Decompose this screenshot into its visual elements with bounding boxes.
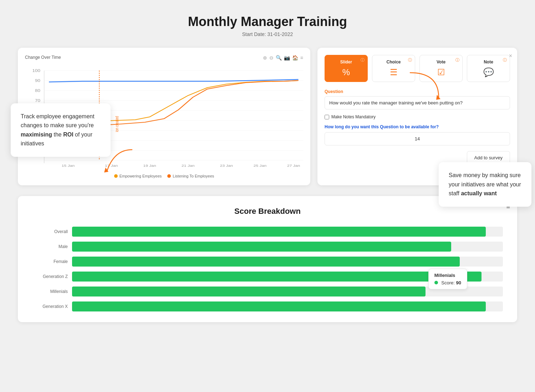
millenials-tooltip-title: Millenials [434,273,461,278]
note-label: Note [473,60,504,65]
millenials-tooltip: Millenials Score: 90 [428,269,467,289]
qtype-slider[interactable]: ⓘ Slider % [325,55,368,82]
slider-label: Slider [331,60,362,65]
bar-track-male [72,242,503,252]
svg-text:70: 70 [35,99,40,103]
make-notes-row: Make Notes Mandatory [325,114,510,119]
available-label: How long do you want this Question to be… [325,124,510,129]
zoom-in-icon[interactable]: ⊕ [263,55,267,61]
table-row: Male [32,242,503,252]
bar-fill-overall [72,227,486,237]
bar-label-female: Female [32,259,68,264]
millenials-score: Score: 90 [434,280,461,285]
slider-icon: % [331,67,362,77]
info-icon: ⓘ [361,57,365,63]
legend-empowering: Empowering Employees [114,174,162,178]
page-title: Monthly Manager Training [188,14,347,29]
vote-info-icon: ⓘ [455,57,459,63]
legend-listening: Listening To Employees [167,174,214,178]
bar-label-millenials: Millenials [32,289,68,294]
qtype-choice[interactable]: ⓘ Choice ☰ [372,55,415,82]
svg-text:80: 80 [35,89,40,93]
page-subtitle: Start Date: 31-01-2022 [188,31,347,37]
tooltip-right: Save money by making sure your initiativ… [439,162,531,207]
search-icon[interactable]: 🔍 [276,55,282,61]
question-label: Question [325,89,510,94]
home-icon[interactable]: 🏠 [292,55,298,61]
bar-track-genx [72,301,503,311]
svg-text:23 Jan: 23 Jan [220,164,233,167]
svg-text:ion created: ion created [114,116,119,132]
days-input[interactable] [325,132,510,145]
bar-label-genx: Generation X [32,304,68,309]
question-section: Question Make Notes Mandatory How long d… [325,89,510,164]
chart-legend: Empowering Employees Listening To Employ… [25,174,303,178]
table-row: Overall [32,227,503,237]
bar-track-millenials: Millenials Score: 90 [72,287,503,296]
bar-fill-female [72,257,460,267]
table-row: Generation X [32,301,503,311]
choice-icon: ☰ [378,67,409,77]
svg-text:19 Jan: 19 Jan [143,164,156,167]
menu-icon[interactable]: ≡ [300,55,303,61]
tooltip-left: Track employee engagement changes to mak… [11,103,111,157]
svg-text:100: 100 [32,69,41,73]
bar-chart: Overall Male Female Gen [32,227,503,311]
make-notes-checkbox[interactable] [325,115,329,119]
zoom-out-icon[interactable]: ⊖ [269,55,274,61]
bar-label-genz: Generation Z [32,274,68,279]
svg-text:27 Jan: 27 Jan [287,164,300,167]
bar-track-female [72,257,503,267]
score-value: 90 [456,280,461,285]
svg-text:17 Jan: 17 Jan [105,164,118,167]
chart-title: Change Over Time [25,55,303,60]
choice-info-icon: ⓘ [408,57,412,63]
vote-label: Vote [426,60,457,65]
svg-text:21 Jan: 21 Jan [182,164,194,167]
bar-fill-male [72,242,451,252]
score-card: Score Breakdown ≡ Overall Male Female [18,196,517,322]
score-label: Score: [441,280,456,285]
svg-text:25 Jan: 25 Jan [254,164,266,167]
survey-card: × ⓘ Slider % ⓘ Choice ☰ ⓘ Vote ☑ ⓘ Note … [317,48,517,185]
svg-text:90: 90 [35,79,40,83]
choice-label: Choice [378,60,409,65]
note-icon: 💬 [473,67,504,77]
bar-label-male: Male [32,244,68,249]
table-row: Female [32,257,503,267]
tooltip-dot [434,281,438,284]
question-types: ⓘ Slider % ⓘ Choice ☰ ⓘ Vote ☑ ⓘ Note 💬 [325,55,510,82]
score-section: Score Breakdown ≡ Overall Male Female [18,196,517,322]
score-title: Score Breakdown [32,207,503,216]
page-header: Monthly Manager Training Start Date: 31-… [188,14,347,37]
note-info-icon: ⓘ [503,57,507,63]
qtype-note[interactable]: ⓘ Note 💬 [467,55,510,82]
table-row: Millenials Millenials Score: 90 [32,287,503,296]
question-input[interactable] [325,96,510,109]
qtype-vote[interactable]: ⓘ Vote ☑ [419,55,463,82]
download-icon[interactable]: 📷 [284,55,290,61]
legend-listening-label: Listening To Employees [173,174,214,178]
bar-fill-millenials [72,287,426,296]
svg-text:15 Jan: 15 Jan [62,164,75,167]
vote-icon: ☑ [426,67,457,77]
bar-label-overall: Overall [32,229,68,234]
legend-empowering-label: Empowering Employees [119,174,162,178]
main-content: Change Over Time ⊕ ⊖ 🔍 📷 🏠 ≡ [18,48,517,185]
bar-fill-genx [72,301,486,311]
make-notes-label: Make Notes Mandatory [331,114,376,119]
bar-fill-genz [72,272,482,282]
chart-icons: ⊕ ⊖ 🔍 📷 🏠 ≡ [263,55,303,61]
bar-track-overall [72,227,503,237]
chart-card: Change Over Time ⊕ ⊖ 🔍 📷 🏠 ≡ [18,48,310,185]
